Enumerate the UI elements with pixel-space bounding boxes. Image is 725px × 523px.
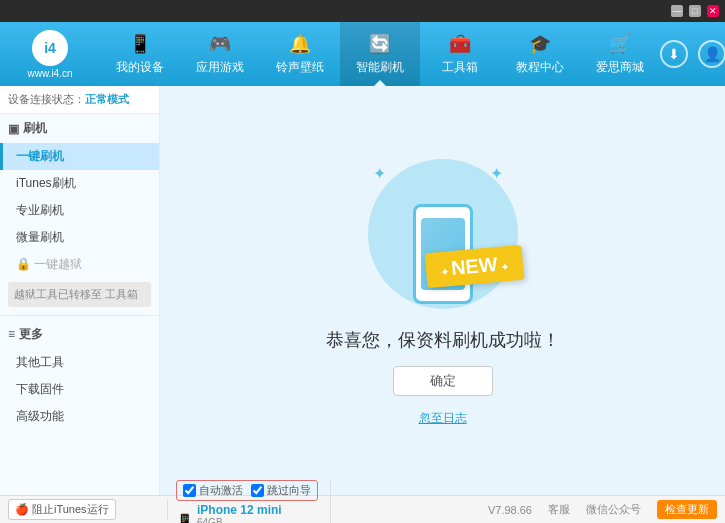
main-area: 设备连接状态：正常模式 ▣ 刷机 一键刷机 iTunes刷机 专业刷机 微量刷机… [0, 86, 725, 495]
update-button[interactable]: 检查更新 [657, 500, 717, 519]
nav-toolbox-label: 工具箱 [442, 59, 478, 76]
new-badge: NEW [426, 249, 523, 284]
nav-my-device-label: 我的设备 [116, 59, 164, 76]
sidebar-item-download-fw[interactable]: 下载固件 [0, 376, 159, 403]
user-button[interactable]: 👤 [698, 40, 725, 68]
title-bar: — □ ✕ [0, 0, 725, 22]
nav-bar: 📱 我的设备 🎮 应用游戏 🔔 铃声壁纸 🔄 智能刷机 🧰 工具箱 🎓 教程中心… [100, 22, 660, 86]
nav-right-controls: ⬇ 👤 [660, 40, 725, 68]
nav-apps-games-label: 应用游戏 [196, 59, 244, 76]
apps-games-icon: 🎮 [209, 33, 231, 55]
nav-tutorial-label: 教程中心 [516, 59, 564, 76]
logo-text: www.i4.cn [27, 68, 72, 79]
bottom-bar: 🍎 阻止iTunes运行 自动激活 跳过向导 📱 iPhone 12 mini … [0, 495, 725, 523]
checkbox-skip[interactable]: 跳过向导 [251, 483, 311, 498]
section-flash-icon: ▣ [8, 122, 19, 136]
success-area: ✦ ✦ NEW 恭喜您，保资料刷机成功啦！ 确定 忽至日志 [326, 154, 560, 427]
nav-ringtone-label: 铃声壁纸 [276, 59, 324, 76]
nav-store-label: 爱思商城 [596, 59, 644, 76]
sparkle-2: ✦ [490, 164, 503, 183]
sidebar-item-pro-flash[interactable]: 专业刷机 [0, 197, 159, 224]
sidebar-item-other-tools[interactable]: 其他工具 [0, 349, 159, 376]
section-more-icon: ≡ [8, 327, 15, 341]
maximize-button[interactable]: □ [689, 5, 701, 17]
content-area: ✦ ✦ NEW 恭喜您，保资料刷机成功啦！ 确定 忽至日志 [160, 86, 725, 495]
toolbox-icon: 🧰 [449, 33, 471, 55]
status-label: 设备连接状态： [8, 93, 85, 105]
nav-store[interactable]: 🛒 爱思商城 [580, 22, 660, 86]
my-device-icon: 📱 [129, 33, 151, 55]
sidebar-item-advanced[interactable]: 高级功能 [0, 403, 159, 430]
smart-flash-icon: 🔄 [369, 33, 391, 55]
device-name: iPhone 12 mini [197, 503, 282, 517]
bottom-right: V7.98.66 客服 微信公众号 检查更新 [488, 500, 717, 519]
nav-apps-games[interactable]: 🎮 应用游戏 [180, 22, 260, 86]
itunes-icon: 🍎 [15, 503, 29, 516]
status-bar: 设备连接状态：正常模式 [0, 86, 159, 114]
phone-illustration: ✦ ✦ NEW [353, 154, 533, 314]
skip-link[interactable]: 忽至日志 [419, 410, 467, 427]
section-flash-title: ▣ 刷机 [0, 114, 159, 143]
auto-activate-label: 自动激活 [199, 483, 243, 498]
nav-smart-flash-label: 智能刷机 [356, 59, 404, 76]
itunes-button[interactable]: 🍎 阻止iTunes运行 [8, 499, 116, 520]
download-button[interactable]: ⬇ [660, 40, 688, 68]
sparkle-1: ✦ [373, 164, 386, 183]
confirm-button[interactable]: 确定 [393, 366, 493, 396]
sidebar-item-one-key-flash[interactable]: 一键刷机 [0, 143, 159, 170]
device-storage: 64GB [197, 517, 282, 523]
status-value: 正常模式 [85, 93, 129, 105]
checkbox-auto[interactable]: 自动激活 [183, 483, 243, 498]
nav-toolbox[interactable]: 🧰 工具箱 [420, 22, 500, 86]
sidebar-item-jailbreak-disabled: 🔒一键越狱 [0, 251, 159, 278]
section-more-title: ≡ 更多 [0, 320, 159, 349]
header: i4 www.i4.cn 📱 我的设备 🎮 应用游戏 🔔 铃声壁纸 🔄 智能刷机… [0, 22, 725, 86]
ringtone-icon: 🔔 [289, 33, 311, 55]
sidebar: 设备连接状态：正常模式 ▣ 刷机 一键刷机 iTunes刷机 专业刷机 微量刷机… [0, 86, 160, 495]
nav-smart-flash[interactable]: 🔄 智能刷机 [340, 22, 420, 86]
sidebar-item-itunes-flash[interactable]: iTunes刷机 [0, 170, 159, 197]
sidebar-divider [0, 315, 159, 316]
version-label: V7.98.66 [488, 504, 532, 516]
auto-activate-checkbox[interactable] [183, 484, 196, 497]
logo-icon: i4 [32, 30, 68, 66]
close-button[interactable]: ✕ [707, 5, 719, 17]
minimize-button[interactable]: — [671, 5, 683, 17]
nav-ringtone[interactable]: 🔔 铃声壁纸 [260, 22, 340, 86]
store-icon: 🛒 [609, 33, 631, 55]
bottom-checkboxes: 自动激活 跳过向导 [176, 480, 318, 501]
nav-my-device[interactable]: 📱 我的设备 [100, 22, 180, 86]
skip-wizard-label: 跳过向导 [267, 483, 311, 498]
device-icon: 📱 [176, 513, 193, 523]
sidebar-item-save-flash[interactable]: 微量刷机 [0, 224, 159, 251]
logo-area: i4 www.i4.cn [0, 22, 100, 86]
wechat-link[interactable]: 微信公众号 [586, 502, 641, 517]
service-link[interactable]: 客服 [548, 502, 570, 517]
sidebar-jailbreak-note: 越狱工具已转移至 工具箱 [8, 282, 151, 307]
skip-wizard-checkbox[interactable] [251, 484, 264, 497]
success-message: 恭喜您，保资料刷机成功啦！ [326, 328, 560, 352]
tutorial-icon: 🎓 [529, 33, 551, 55]
nav-tutorial[interactable]: 🎓 教程中心 [500, 22, 580, 86]
new-ribbon-text: NEW [424, 245, 523, 288]
